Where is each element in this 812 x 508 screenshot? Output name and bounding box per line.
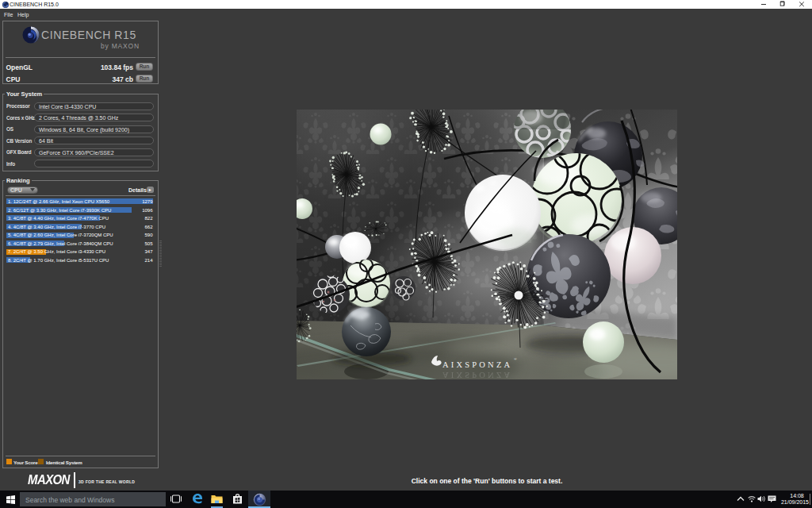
svg-text:AIXSPONZA: AIXSPONZA [442,360,512,369]
svg-text:AIXSPONZA: AIXSPONZA [442,371,512,379]
svg-text:®: ® [514,357,517,361]
